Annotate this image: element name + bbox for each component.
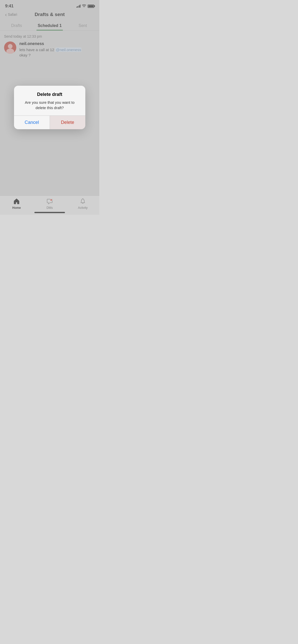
modal-message: Are you sure that you want to delete thi… xyxy=(19,100,80,110)
modal-content: Delete draft Are you sure that you want … xyxy=(14,86,85,115)
delete-button[interactable]: Delete xyxy=(50,116,86,129)
delete-draft-modal: Delete draft Are you sure that you want … xyxy=(14,86,85,129)
cancel-button[interactable]: Cancel xyxy=(14,116,50,129)
modal-buttons: Cancel Delete xyxy=(14,116,85,129)
modal-title: Delete draft xyxy=(19,92,80,97)
modal-overlay: Delete draft Are you sure that you want … xyxy=(0,0,99,215)
